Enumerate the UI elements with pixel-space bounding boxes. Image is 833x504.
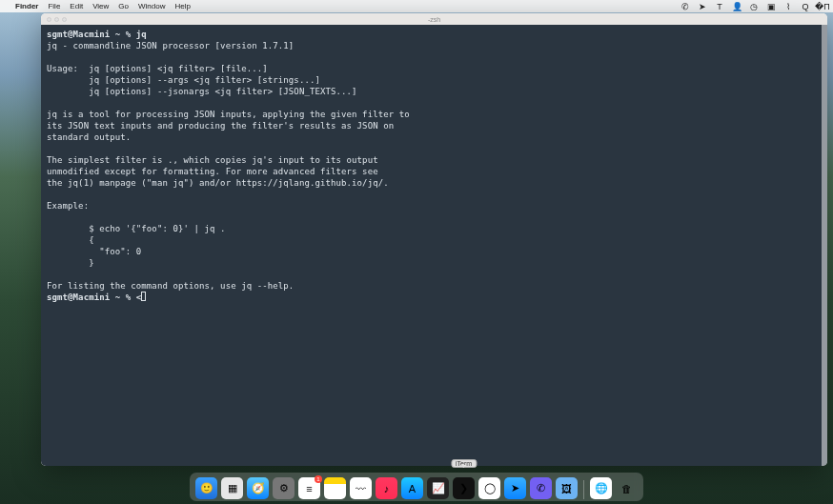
app-name[interactable]: Finder <box>15 2 38 10</box>
prompt-line-2: sgmt@Macmini ~ % < <box>47 292 146 302</box>
output-line: For listing the command options, use jq … <box>47 281 294 291</box>
output-line: "foo": 0 <box>47 247 141 256</box>
terminal-window[interactable]: -zsh sgmt@Macmini ~ % jq jq - commandlin… <box>41 13 827 466</box>
output-line: { <box>47 235 94 245</box>
dock-item-reminders[interactable]: ≡1 <box>298 477 320 499</box>
output-line: The simplest filter is ., which copies j… <box>47 155 378 165</box>
dock: 🙂▦🧭⚙≡1〰♪A📈❯iTerm◯➤✆🖼🌐🗑 <box>190 473 643 501</box>
output-line: unmodified except for formatting. For mo… <box>47 167 378 176</box>
dock-item-globe[interactable]: 🌐 <box>590 477 612 499</box>
menu-window[interactable]: Window <box>138 2 165 10</box>
status-wifi-icon[interactable]: ⌇ <box>783 2 793 11</box>
dock-item-telegram[interactable]: ➤ <box>504 477 526 499</box>
dock-item-activity[interactable]: 📈 <box>427 477 449 499</box>
status-display-icon[interactable]: ▣ <box>766 2 776 11</box>
output-line: standard output. <box>47 132 131 142</box>
terminal-titlebar[interactable]: -zsh <box>41 13 827 25</box>
menu-view[interactable]: View <box>92 2 109 10</box>
menu-bar-left: Finder File Edit View Go Window Help <box>6 2 191 10</box>
output-line: } <box>47 258 94 268</box>
dock-item-trash[interactable]: 🗑 <box>616 477 638 499</box>
dock-item-music[interactable]: ♪ <box>376 477 397 499</box>
output-line: jq - commandline JSON processor [version… <box>47 41 294 50</box>
dock-tooltip: iTerm <box>451 459 477 468</box>
prompt-line-1: sgmt@Macmini ~ % jq <box>47 30 147 39</box>
dock-item-iterm[interactable]: ❯iTerm <box>453 477 475 499</box>
menu-edit[interactable]: Edit <box>70 2 83 10</box>
output-line: jq [options] --args <jq filter> [strings… <box>47 75 320 85</box>
dock-separator <box>583 480 584 499</box>
dock-item-settings[interactable]: ⚙ <box>273 477 295 499</box>
dock-item-arc[interactable]: ◯ <box>478 477 500 499</box>
dock-item-preview[interactable]: 🖼 <box>556 477 578 499</box>
status-person-icon[interactable]: 👤 <box>732 2 742 11</box>
dock-item-finder[interactable]: 🙂 <box>195 477 217 499</box>
status-viber-icon[interactable]: ✆ <box>681 2 690 11</box>
status-location-icon[interactable]: ➤ <box>698 2 707 11</box>
terminal-body[interactable]: sgmt@Macmini ~ % jq jq - commandline JSO… <box>41 25 827 466</box>
dock-item-notes[interactable] <box>324 477 346 499</box>
dock-item-viber[interactable]: ✆ <box>530 477 552 499</box>
dock-badge: 1 <box>315 475 322 483</box>
output-line: $ echo '{"foo": 0}' | jq . <box>47 224 226 233</box>
output-line: jq [options] --jsonargs <jq filter> [JSO… <box>47 87 357 96</box>
terminal-scrollbar[interactable] <box>822 25 827 466</box>
dock-item-safari[interactable]: 🧭 <box>247 477 269 499</box>
status-search-icon[interactable]: Q <box>801 2 810 11</box>
status-text-icon[interactable]: T <box>715 2 724 11</box>
menu-file[interactable]: File <box>48 2 60 10</box>
output-line: jq is a tool for processing JSON inputs,… <box>47 110 410 119</box>
dock-item-appstore[interactable]: A <box>401 477 423 499</box>
menu-bar: Finder File Edit View Go Window Help ✆ ➤… <box>0 0 833 12</box>
menu-bar-right: ✆ ➤ T 👤 ◷ ▣ ⌇ Q �П <box>681 2 827 11</box>
menu-help[interactable]: Help <box>174 2 190 10</box>
status-clock-icon[interactable]: ◷ <box>749 2 759 11</box>
output-line: the jq(1) manpage ("man jq") and/or http… <box>47 178 389 188</box>
output-line: its JSON text inputs and producing the f… <box>47 121 394 131</box>
output-line: Usage: jq [options] <jq filter> [file...… <box>47 64 268 73</box>
dock-item-freeform[interactable]: 〰 <box>350 477 372 499</box>
menu-go[interactable]: Go <box>118 2 129 10</box>
dock-item-launchpad[interactable]: ▦ <box>221 477 243 499</box>
status-control-icon[interactable]: �П <box>818 2 827 11</box>
text-cursor <box>141 292 146 301</box>
window-title: -zsh <box>41 16 827 23</box>
output-line: Example: <box>47 201 89 211</box>
